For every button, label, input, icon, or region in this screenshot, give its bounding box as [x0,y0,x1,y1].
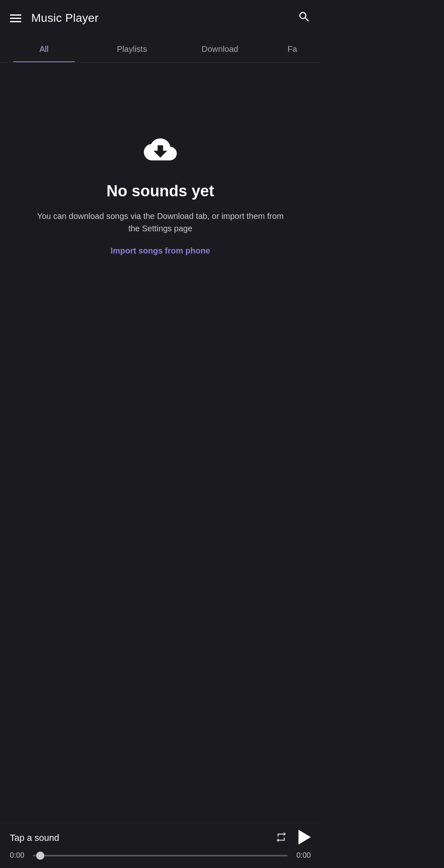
seek-row: 0:00 0:00 [10,851,311,860]
app-header: Music Player [0,0,321,36]
empty-state-icon [140,133,181,168]
total-time: 0:00 [293,851,311,860]
tab-fa[interactable]: Fa [264,36,321,62]
main-content: No sounds yet You can download songs via… [0,63,321,310]
app-title: Music Player [31,12,99,25]
bottom-player: Tap a sound 0:00 0:00 [0,823,321,868]
tab-playlists[interactable]: Playlists [88,36,176,62]
menu-button[interactable] [10,14,21,22]
tab-bar: All Playlists Download Fa [0,36,321,63]
tab-download[interactable]: Download [176,36,264,62]
seek-bar[interactable] [33,852,288,860]
search-button[interactable] [298,10,311,26]
tab-all[interactable]: All [0,36,88,62]
repeat-button[interactable] [274,831,289,845]
import-songs-link[interactable]: Import songs from phone [111,246,210,256]
header-left: Music Player [10,12,99,25]
player-right-controls [274,830,311,846]
now-playing-label: Tap a sound [10,833,59,843]
empty-state-title: No sounds yet [106,182,214,200]
play-button[interactable] [298,830,311,846]
current-time: 0:00 [10,851,28,860]
player-controls: Tap a sound [10,830,311,846]
empty-state-description: You can download songs via the Download … [37,210,284,235]
